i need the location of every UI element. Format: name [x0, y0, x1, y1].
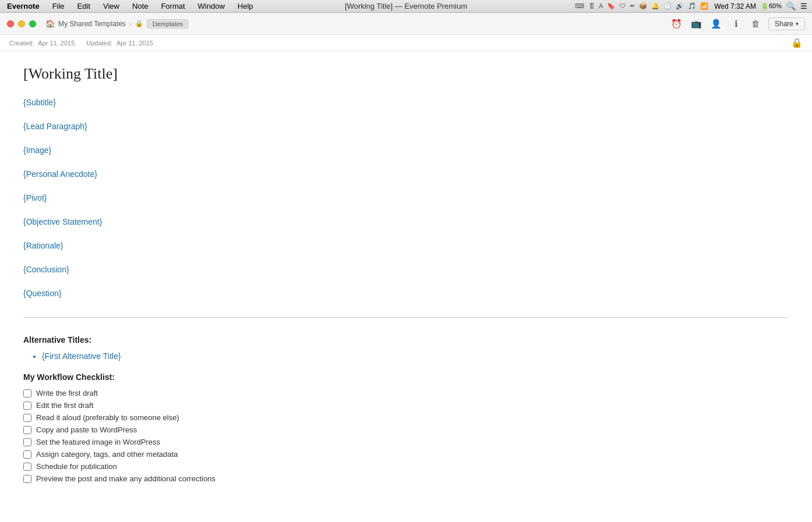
checklist-label: Preview the post and make any additional…: [36, 474, 216, 483]
checklist: Write the first draft Edit the first dra…: [23, 389, 789, 483]
checklist-label: Schedule for publication: [36, 462, 117, 471]
checkbox-3[interactable]: [23, 426, 31, 434]
note-lock-icon[interactable]: 🔒: [791, 37, 803, 48]
checklist-label: Copy and paste to WordPress: [36, 425, 137, 434]
breadcrumb-separator: ›: [129, 20, 132, 27]
menubar: Evernote File Edit View Note Format Wind…: [0, 0, 812, 13]
checklist-label: Write the first draft: [36, 389, 98, 397]
search-icon[interactable]: 🔍: [786, 2, 796, 10]
battery-icon: 🔋60%: [761, 2, 782, 10]
menu-app[interactable]: Evernote: [5, 2, 42, 10]
checklist-item[interactable]: Set the featured image in WordPress: [23, 438, 789, 446]
checkbox-6[interactable]: [23, 463, 31, 471]
section-divider: [23, 317, 789, 318]
checklist-label: Edit the first draft: [36, 401, 93, 410]
checkbox-1[interactable]: [23, 402, 31, 410]
menu-view[interactable]: View: [101, 2, 122, 10]
menubar-left: Evernote File Edit View Note Format Wind…: [5, 2, 256, 10]
checklist-label: Read it aloud (preferably to someone els…: [36, 413, 179, 422]
alt-titles-list: {First Alternative Title}: [23, 351, 789, 361]
checklist-label: Set the featured image in WordPress: [36, 438, 160, 446]
delete-button[interactable]: 🗑: [749, 16, 764, 31]
menu-file[interactable]: File: [50, 2, 67, 10]
field-objective-statement[interactable]: {Objective Statement}: [23, 216, 789, 228]
hamburger-icon[interactable]: ☰: [800, 2, 807, 10]
field-rationale[interactable]: {Rationale}: [23, 240, 789, 252]
info-button[interactable]: ℹ: [729, 16, 744, 31]
note-title[interactable]: [Working Title]: [23, 65, 789, 83]
field-image[interactable]: {Image}: [23, 144, 789, 157]
checklist-label: Assign category, tags, and other metadat…: [36, 450, 178, 459]
checkbox-5[interactable]: [23, 450, 31, 459]
tag-breadcrumb[interactable]: 1templates: [147, 19, 189, 29]
present-button[interactable]: 📺: [689, 16, 704, 31]
close-button[interactable]: [7, 20, 14, 27]
menu-help[interactable]: Help: [235, 2, 256, 10]
updated-label: Updated: Apr 11, 2015: [86, 40, 153, 47]
checkbox-7[interactable]: [23, 475, 31, 483]
field-conclusion[interactable]: {Conclusion}: [23, 264, 789, 276]
home-icon: 🏠: [45, 19, 55, 28]
checklist-item[interactable]: Write the first draft: [23, 389, 789, 397]
field-question[interactable]: {Question}: [23, 287, 789, 300]
menu-window[interactable]: Window: [196, 2, 227, 10]
checklist-item[interactable]: Schedule for publication: [23, 462, 789, 471]
maximize-button[interactable]: [29, 20, 36, 27]
share-chevron-icon: ▾: [796, 21, 799, 27]
list-item[interactable]: {First Alternative Title}: [42, 351, 789, 361]
alt-titles-heading: Alternative Titles:: [23, 335, 789, 345]
checkbox-2[interactable]: [23, 414, 31, 422]
checklist-item[interactable]: Copy and paste to WordPress: [23, 425, 789, 434]
account-button[interactable]: 👤: [709, 16, 724, 31]
notebook-breadcrumb[interactable]: My Shared Templates: [58, 20, 126, 28]
toolbar-actions: ⏰ 📺 👤 ℹ 🗑 Share ▾: [669, 16, 805, 31]
window-title: [Working Title] — Evernote Premium: [345, 2, 467, 10]
menu-edit[interactable]: Edit: [75, 2, 93, 10]
share-label: Share: [775, 20, 793, 28]
field-pivot[interactable]: {Pivot}: [23, 192, 789, 204]
checklist-item[interactable]: Preview the post and make any additional…: [23, 474, 789, 483]
lock-icon: 🔒: [135, 20, 143, 27]
field-personal-anecdote[interactable]: {Personal Anecdote}: [23, 168, 789, 180]
share-button[interactable]: Share ▾: [768, 17, 805, 30]
workflow-heading: My Workflow Checklist:: [23, 372, 789, 382]
created-label: Created: Apr 11, 2015: [9, 40, 75, 47]
window-controls: [7, 20, 36, 27]
checkbox-4[interactable]: [23, 438, 31, 446]
field-subtitle[interactable]: {Subtitle}: [23, 97, 789, 109]
clock: Wed 7:32 AM: [714, 2, 756, 10]
menubar-right: ⌨ 🎛 A 🔖 🛡 ✒ 📦 🔔 🕐 🔊 🎵 📶 Wed 7:32 AM 🔋60%…: [575, 2, 807, 10]
checklist-item[interactable]: Assign category, tags, and other metadat…: [23, 450, 789, 459]
checklist-item[interactable]: Edit the first draft: [23, 401, 789, 410]
reminder-button[interactable]: ⏰: [669, 16, 684, 31]
note-content: [Working Title] {Subtitle} {Lead Paragra…: [0, 51, 812, 522]
checklist-item[interactable]: Read it aloud (preferably to someone els…: [23, 413, 789, 422]
menu-format[interactable]: Format: [158, 2, 187, 10]
menu-note[interactable]: Note: [130, 2, 150, 10]
system-icons: ⌨ 🎛 A 🔖 🛡 ✒ 📦 🔔 🕐 🔊 🎵 📶: [575, 2, 709, 10]
field-lead-paragraph[interactable]: {Lead Paragraph}: [23, 120, 789, 133]
note-meta: Created: Apr 11, 2015 Updated: Apr 11, 2…: [0, 35, 812, 51]
checkbox-0[interactable]: [23, 389, 31, 397]
minimize-button[interactable]: [18, 20, 25, 27]
breadcrumb: 🏠 My Shared Templates › 🔒 1templates: [45, 19, 666, 29]
note-toolbar: 🏠 My Shared Templates › 🔒 1templates ⏰ 📺…: [0, 13, 812, 35]
